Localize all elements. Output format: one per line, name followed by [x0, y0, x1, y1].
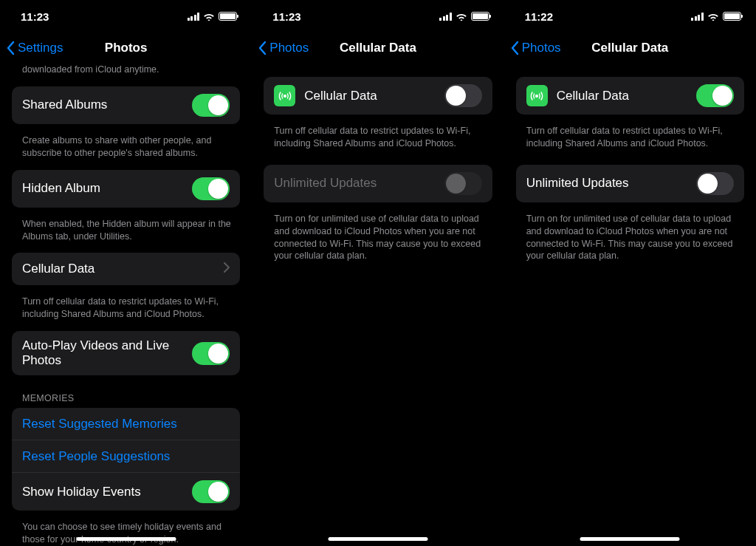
settings-content: Cellular Data Turn off cellular data to … [252, 64, 504, 546]
wifi-icon [707, 12, 719, 21]
back-label: Photos [522, 41, 561, 55]
status-time: 11:23 [21, 10, 49, 23]
back-button[interactable]: Settings [6, 41, 63, 55]
svg-point-0 [284, 95, 286, 97]
status-time: 11:23 [272, 10, 300, 23]
svg-point-1 [536, 95, 538, 97]
status-bar: 11:23 [252, 0, 504, 33]
status-bar: 11:23 [0, 0, 252, 33]
shared-albums-label: Shared Albums [22, 98, 192, 112]
hidden-album-footer: When enabled, the Hidden album will appe… [0, 214, 252, 253]
shared-albums-row[interactable]: Shared Albums [12, 86, 240, 124]
holiday-footer: You can choose to see timely holiday eve… [0, 516, 252, 546]
back-button[interactable]: Photos [258, 41, 309, 55]
unlimited-updates-label: Unlimited Updates [526, 176, 696, 191]
cellular-data-label: Cellular Data [557, 89, 696, 103]
antenna-icon [274, 85, 295, 106]
cellular-data-toggle[interactable] [444, 84, 482, 107]
unlimited-updates-toggle[interactable] [696, 172, 734, 195]
hidden-album-toggle[interactable] [192, 177, 230, 200]
cellular-data-row[interactable]: Cellular Data [264, 77, 492, 115]
chevron-right-icon [224, 262, 230, 276]
screenshot-cellular-off: 11:23 Photos Cellular Data Cellular Data [252, 0, 504, 546]
home-indicator[interactable] [76, 537, 176, 541]
back-button[interactable]: Photos [510, 41, 561, 55]
unlimited-updates-footer: Turn on for unlimited use of cellular da… [504, 208, 756, 278]
settings-content: Cellular Data Turn off cellular data to … [504, 64, 756, 546]
screenshot-photos-settings: 11:23 Settings Photos downloaded from iC… [0, 0, 252, 546]
cellular-data-toggle[interactable] [696, 84, 734, 107]
chevron-left-icon [510, 41, 519, 55]
shared-albums-footer: Create albums to share with other people… [0, 130, 252, 170]
show-holiday-events-row[interactable]: Show Holiday Events [12, 473, 240, 511]
cellular-data-footer: Turn off cellular data to restrict updat… [252, 120, 504, 165]
screenshot-cellular-on: 11:22 Photos Cellular Data Cellular Data [504, 0, 756, 546]
status-indicators [691, 12, 741, 21]
antenna-icon [526, 85, 548, 106]
nav-bar: Settings Photos [0, 33, 252, 64]
back-label: Settings [18, 41, 63, 55]
reset-people-suggestions[interactable]: Reset People Suggestions [12, 440, 240, 473]
page-title: Cellular Data [340, 41, 416, 55]
unlimited-updates-row: Unlimited Updates [264, 165, 492, 202]
autoplay-toggle[interactable] [192, 342, 230, 365]
autoplay-label: Auto-Play Videos and Live Photos [22, 338, 192, 368]
cellular-data-row[interactable]: Cellular Data [516, 77, 744, 115]
page-title: Photos [105, 41, 148, 55]
wifi-icon [456, 12, 467, 21]
cellular-signal-icon [691, 13, 704, 21]
truncated-footer: downloaded from iCloud anytime. [0, 64, 252, 86]
page-title: Cellular Data [591, 41, 668, 55]
status-time: 11:22 [525, 10, 553, 23]
hidden-album-label: Hidden Album [22, 181, 192, 196]
holiday-label: Show Holiday Events [22, 485, 192, 499]
battery-icon [471, 12, 489, 21]
cellular-signal-icon [439, 13, 452, 21]
memories-header: MEMORIES [0, 381, 252, 408]
cellular-data-label: Cellular Data [22, 262, 224, 276]
nav-bar: Photos Cellular Data [504, 33, 756, 64]
cellular-data-label: Cellular Data [304, 89, 444, 103]
home-indicator[interactable] [328, 537, 427, 541]
status-bar: 11:22 [504, 0, 756, 33]
cellular-data-row[interactable]: Cellular Data [12, 253, 240, 285]
shared-albums-toggle[interactable] [192, 94, 230, 117]
wifi-icon [203, 12, 215, 21]
cellular-data-footer: Turn off cellular data to restrict updat… [504, 120, 756, 165]
chevron-left-icon [258, 41, 267, 55]
autoplay-row[interactable]: Auto-Play Videos and Live Photos [12, 331, 240, 375]
chevron-left-icon [6, 41, 15, 55]
back-label: Photos [269, 41, 309, 55]
cellular-data-footer: Turn off cellular data to restrict updat… [0, 291, 252, 331]
unlimited-updates-label: Unlimited Updates [274, 176, 444, 191]
home-indicator[interactable] [580, 537, 680, 541]
unlimited-updates-toggle [444, 172, 482, 195]
reset-suggested-memories[interactable]: Reset Suggested Memories [12, 408, 240, 440]
unlimited-updates-row[interactable]: Unlimited Updates [516, 165, 744, 202]
unlimited-updates-footer: Turn on for unlimited use of cellular da… [252, 208, 504, 278]
battery-icon [219, 12, 237, 21]
status-indicators [188, 12, 238, 21]
settings-content: downloaded from iCloud anytime. Shared A… [0, 64, 252, 546]
cellular-signal-icon [188, 13, 200, 21]
status-indicators [439, 12, 489, 21]
nav-bar: Photos Cellular Data [252, 33, 504, 64]
hidden-album-row[interactable]: Hidden Album [12, 170, 240, 208]
holiday-toggle[interactable] [192, 480, 230, 503]
battery-icon [723, 12, 741, 21]
